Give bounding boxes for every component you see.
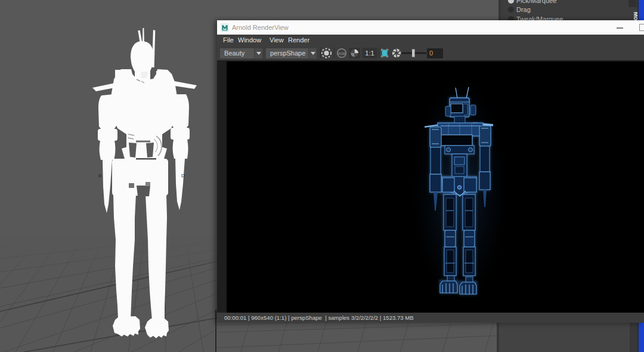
svg-text:RGB: RGB bbox=[338, 52, 345, 55]
svg-text:B: B bbox=[98, 173, 101, 178]
svg-text:1:1: 1:1 bbox=[365, 50, 374, 57]
svg-text:D: D bbox=[181, 173, 185, 178]
